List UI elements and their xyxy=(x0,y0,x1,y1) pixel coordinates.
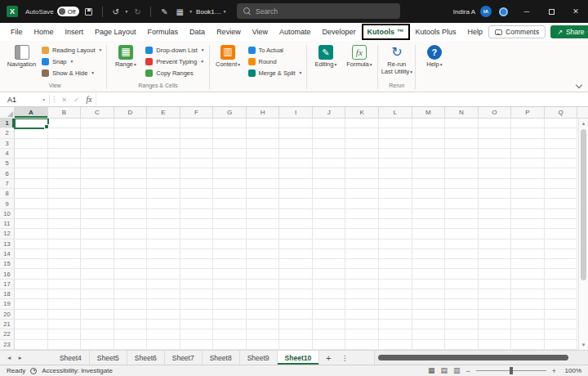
cell-m21[interactable] xyxy=(412,320,446,329)
cell-k21[interactable] xyxy=(345,320,379,329)
cell-g6[interactable] xyxy=(213,168,247,178)
tab-data[interactable]: Data xyxy=(184,24,211,40)
cell-c4[interactable] xyxy=(81,149,114,159)
cell-g17[interactable] xyxy=(213,280,247,289)
cell-q2[interactable] xyxy=(545,128,578,138)
cell-e18[interactable] xyxy=(147,289,180,299)
cell-m8[interactable] xyxy=(412,189,446,199)
ribbon-button-merge-split[interactable]: Merge & Split▾ xyxy=(246,68,305,78)
cell-q5[interactable] xyxy=(545,159,578,168)
cell-n3[interactable] xyxy=(445,139,479,149)
undo-chevron-icon[interactable]: ▾ xyxy=(126,9,128,14)
column-header-e[interactable]: E xyxy=(147,107,180,118)
cell-m17[interactable] xyxy=(412,280,446,289)
cell-d13[interactable] xyxy=(114,239,148,249)
cell-e10[interactable] xyxy=(147,209,180,219)
cell-e9[interactable] xyxy=(147,199,180,208)
cell-d6[interactable] xyxy=(114,168,148,178)
cell-l14[interactable] xyxy=(379,249,412,259)
cell-m19[interactable] xyxy=(412,299,446,309)
cell-n7[interactable] xyxy=(445,179,479,189)
cell-b2[interactable] xyxy=(48,128,82,138)
row-header-6[interactable]: 6 xyxy=(0,168,15,178)
redo-button[interactable]: ↻ xyxy=(131,5,143,18)
cell-e8[interactable] xyxy=(147,189,180,199)
cell-h15[interactable] xyxy=(247,259,280,269)
cell-d2[interactable] xyxy=(114,128,148,138)
cell-d8[interactable] xyxy=(114,189,148,199)
cell-h11[interactable] xyxy=(247,219,280,229)
cell-j9[interactable] xyxy=(313,199,346,208)
cell-m13[interactable] xyxy=(412,239,446,249)
cell-c21[interactable] xyxy=(81,320,114,329)
cell-e12[interactable] xyxy=(147,229,180,239)
cell-n5[interactable] xyxy=(445,159,479,168)
cell-k22[interactable] xyxy=(345,329,379,339)
cell-j10[interactable] xyxy=(313,209,346,219)
autosave-switch[interactable]: Off xyxy=(57,7,79,16)
cell-l22[interactable] xyxy=(379,329,412,339)
cell-p17[interactable] xyxy=(511,280,545,289)
sheet-tab-sheet10[interactable]: Sheet10 xyxy=(278,351,320,365)
cell-i6[interactable] xyxy=(279,168,313,178)
cell-p16[interactable] xyxy=(511,269,545,279)
cell-q22[interactable] xyxy=(545,329,578,339)
cell-a23[interactable] xyxy=(15,340,48,350)
cell-c2[interactable] xyxy=(81,128,114,138)
cell-b19[interactable] xyxy=(48,299,82,309)
cell-m22[interactable] xyxy=(412,329,446,339)
cell-n15[interactable] xyxy=(445,259,479,269)
row-header-13[interactable]: 13 xyxy=(0,239,15,249)
cell-a12[interactable] xyxy=(15,229,48,239)
insert-function-button[interactable]: fx xyxy=(82,95,96,104)
cell-j3[interactable] xyxy=(313,139,346,149)
cell-j16[interactable] xyxy=(313,269,346,279)
cell-j21[interactable] xyxy=(313,320,346,329)
cell-l20[interactable] xyxy=(379,310,412,320)
cell-k13[interactable] xyxy=(345,239,379,249)
cell-h8[interactable] xyxy=(247,189,280,199)
cell-p9[interactable] xyxy=(511,199,545,208)
cell-c9[interactable] xyxy=(81,199,114,208)
sheet-tab-sheet7[interactable]: Sheet7 xyxy=(165,351,203,365)
cell-d16[interactable] xyxy=(114,269,148,279)
cell-i4[interactable] xyxy=(279,149,313,159)
row-header-17[interactable]: 17 xyxy=(0,280,15,289)
cell-o3[interactable] xyxy=(479,139,512,149)
cell-b12[interactable] xyxy=(48,229,82,239)
cell-h5[interactable] xyxy=(247,159,280,168)
cell-h10[interactable] xyxy=(247,209,280,219)
cell-k16[interactable] xyxy=(345,269,379,279)
cell-h22[interactable] xyxy=(247,329,280,339)
cell-l9[interactable] xyxy=(379,199,412,208)
cell-q8[interactable] xyxy=(545,189,578,199)
cell-q12[interactable] xyxy=(545,229,578,239)
collapse-ribbon-icon[interactable] xyxy=(576,82,582,88)
comments-button[interactable]: Comments xyxy=(488,25,546,38)
cell-e23[interactable] xyxy=(147,340,180,350)
cell-f11[interactable] xyxy=(180,219,214,229)
cell-i18[interactable] xyxy=(279,289,313,299)
cell-b11[interactable] xyxy=(48,219,82,229)
cell-d5[interactable] xyxy=(114,159,148,168)
cell-p10[interactable] xyxy=(511,209,545,219)
undo-button[interactable]: ↺ xyxy=(110,5,122,18)
column-header-g[interactable]: G xyxy=(213,107,247,118)
cell-o18[interactable] xyxy=(479,289,512,299)
search-input[interactable]: Search xyxy=(237,3,400,19)
cell-h20[interactable] xyxy=(247,310,280,320)
cell-j2[interactable] xyxy=(313,128,346,138)
cell-c17[interactable] xyxy=(81,280,114,289)
cell-k4[interactable] xyxy=(345,149,379,159)
cell-b22[interactable] xyxy=(48,329,82,339)
cell-f23[interactable] xyxy=(180,340,214,350)
cell-i9[interactable] xyxy=(279,199,313,208)
cell-f10[interactable] xyxy=(180,209,214,219)
cell-h9[interactable] xyxy=(247,199,280,208)
cell-h3[interactable] xyxy=(247,139,280,149)
cell-n10[interactable] xyxy=(445,209,479,219)
tab-review[interactable]: Review xyxy=(211,24,247,40)
cell-m11[interactable] xyxy=(412,219,446,229)
ribbon-button-help[interactable]: ?Help▾ xyxy=(418,43,450,69)
cell-b14[interactable] xyxy=(48,249,82,259)
